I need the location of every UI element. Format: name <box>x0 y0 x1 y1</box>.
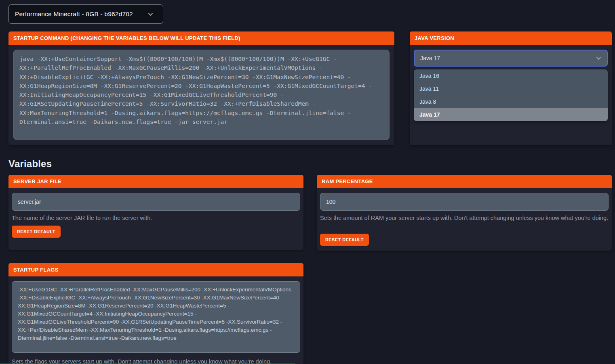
chevron-down-icon <box>596 56 601 60</box>
java-option-11[interactable]: Java 11 <box>414 82 608 95</box>
startup-command-header: STARTUP COMMAND (CHANGING THE VARIABLES … <box>8 31 394 45</box>
server-jar-file-input[interactable] <box>12 193 300 211</box>
java-version-selected-value: Java 17 <box>420 55 440 61</box>
java-option-8[interactable]: Java 8 <box>414 95 608 108</box>
java-option-17[interactable]: Java 17 <box>414 108 608 121</box>
startup-flags-field[interactable]: -XX:+UseG1GC -XX:+ParallelRefProcEnabled… <box>12 281 300 353</box>
server-jar-file-header: SERVER JAR FILE <box>8 175 303 188</box>
startup-flags-card: STARTUP FLAGS -XX:+UseG1GC -XX:+Parallel… <box>8 263 303 364</box>
reset-default-button[interactable]: RESET DEFAULT <box>320 234 369 246</box>
server-selector[interactable]: Performance Minecraft - 8GB - b962d702 <box>8 4 163 24</box>
java-version-select[interactable]: Java 17 <box>414 50 608 67</box>
reset-default-button[interactable]: RESET DEFAULT <box>12 226 61 238</box>
chevron-down-icon <box>148 13 153 16</box>
startup-flags-header: STARTUP FLAGS <box>8 263 303 276</box>
java-version-dropdown-list: Java 16 Java 11 Java 8 Java 17 <box>414 69 608 121</box>
ram-percentage-input[interactable] <box>320 193 609 211</box>
java-option-16[interactable]: Java 16 <box>414 69 608 82</box>
server-jar-file-description: The name of the server JAR file to run t… <box>12 213 300 222</box>
server-selector-value: Performance Minecraft - 8GB - b962d702 <box>15 10 133 18</box>
ram-percentage-card: RAM PERCENTAGE Sets the amount of RAM yo… <box>317 175 612 251</box>
startup-command-panel: STARTUP COMMAND (CHANGING THE VARIABLES … <box>8 31 394 145</box>
ram-percentage-description: Sets the amount of RAM your server start… <box>320 213 609 222</box>
server-jar-file-card: SERVER JAR FILE The name of the server J… <box>8 175 303 250</box>
java-version-panel: JAVA VERSION Java 17 Java 16 Java 11 Jav… <box>410 31 612 145</box>
java-version-header: JAVA VERSION <box>410 31 612 45</box>
variables-section-title: Variables <box>8 158 52 169</box>
ram-percentage-header: RAM PERCENTAGE <box>317 175 612 188</box>
startup-command-field[interactable]: java -XX:+UseContainerSupport -Xms$((800… <box>13 50 390 140</box>
